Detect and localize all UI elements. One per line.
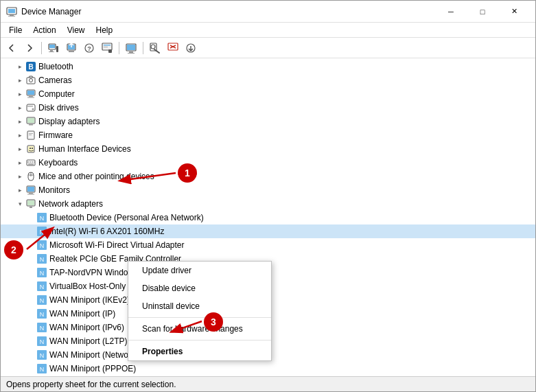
window-title: Device Manager <box>21 7 435 16</box>
diskdrives-icon <box>25 102 36 113</box>
help-button[interactable]: ? <box>81 40 97 56</box>
update-driver-toolbar-button[interactable] <box>63 40 80 56</box>
context-disable-device[interactable]: Disable device <box>128 279 271 297</box>
svg-text:N: N <box>40 338 45 345</box>
tree-item-cameras[interactable]: Cameras <box>1 73 535 87</box>
window-controls: ─ □ ✕ <box>435 1 530 23</box>
wan2-icon: N <box>36 308 47 319</box>
expand-computer[interactable] <box>14 89 25 100</box>
wan-pppoe-label: WAN Miniport (PPPOE) <box>49 364 535 373</box>
title-bar: Device Manager ─ □ ✕ <box>1 1 535 23</box>
menu-view[interactable]: View <box>62 24 91 36</box>
tree-item-wan-pptp[interactable]: N WAN Miniport (PPTP) <box>1 376 535 376</box>
main-content: B Bluetooth Cameras <box>1 58 535 376</box>
expand-monitors[interactable] <box>14 185 25 196</box>
wan1-icon: N <box>36 295 47 305</box>
svg-rect-49 <box>30 148 31 149</box>
svg-rect-7 <box>49 51 54 52</box>
expand-diskdrives[interactable] <box>14 102 25 113</box>
status-bar: Opens property sheet for the current sel… <box>1 376 535 391</box>
cameras-icon <box>25 75 36 86</box>
context-properties[interactable]: Properties <box>128 343 271 360</box>
tree-view[interactable]: B Bluetooth Cameras <box>1 58 535 376</box>
displayadapters-label: Display adapters <box>38 117 535 126</box>
svg-rect-36 <box>27 97 34 98</box>
intel-wifi-icon: N <box>36 226 47 237</box>
context-scan-hardware[interactable]: Scan for hardware changes <box>128 320 271 338</box>
tree-item-firmware[interactable]: Firmware <box>1 128 535 142</box>
expand-humaninterface[interactable] <box>14 143 25 154</box>
scan-button[interactable] <box>147 40 163 56</box>
expand-keyboards[interactable] <box>14 157 25 168</box>
svg-rect-54 <box>32 161 33 163</box>
minimize-button[interactable]: ─ <box>435 1 467 23</box>
expand-networkadapters[interactable] <box>14 198 25 209</box>
tree-item-humaninterface[interactable]: Human Interface Devices <box>1 142 535 156</box>
menu-bar: File Action View Help <box>1 23 535 38</box>
menu-file[interactable]: File <box>3 24 27 36</box>
bluetooth-label: Bluetooth <box>38 62 535 71</box>
tree-item-networkadapters[interactable]: Network adapters <box>1 197 535 211</box>
tree-item-intel-wifi[interactable]: N Intel(R) Wi-Fi 6 AX201 160MHz <box>1 224 535 238</box>
tree-item-computer[interactable]: Computer <box>1 87 535 101</box>
svg-rect-55 <box>34 161 35 163</box>
svg-rect-2 <box>10 14 14 16</box>
context-uninstall-device[interactable]: Uninstall device <box>128 297 271 315</box>
tree-item-wan-pppoe[interactable]: N WAN Miniport (PPPOE) <box>1 362 535 376</box>
mice-icon <box>25 171 36 182</box>
svg-text:?: ? <box>87 45 91 52</box>
svg-text:N: N <box>40 366 45 373</box>
close-button[interactable]: ✕ <box>498 1 530 23</box>
context-sep-1 <box>128 317 271 318</box>
back-button[interactable] <box>3 40 20 56</box>
tree-item-keyboards[interactable]: Keyboards <box>1 156 535 170</box>
svg-text:N: N <box>40 284 45 290</box>
svg-rect-34 <box>27 91 34 95</box>
context-update-driver[interactable]: Update driver <box>128 262 271 279</box>
expand-cameras[interactable] <box>14 75 25 86</box>
wan-netmon-icon: N <box>36 349 47 360</box>
maximize-button[interactable]: □ <box>467 1 498 23</box>
toolbar-sep-1 <box>41 42 42 54</box>
menu-action[interactable]: Action <box>27 24 61 36</box>
download-button[interactable] <box>183 40 199 56</box>
svg-rect-39 <box>27 106 33 107</box>
humaninterface-icon <box>25 143 36 154</box>
tree-item-displayadapters[interactable]: Display adapters <box>1 115 535 128</box>
properties2-button[interactable] <box>99 40 115 56</box>
context-menu: Update driver Disable device Uninstall d… <box>128 261 272 361</box>
expand-displayadapters[interactable] <box>14 116 25 127</box>
display-button[interactable] <box>123 40 139 56</box>
svg-rect-41 <box>27 118 34 123</box>
keyboards-label: Keyboards <box>38 158 535 168</box>
tree-item-mice[interactable]: Mice and other pointing devices <box>1 170 535 183</box>
firmware-label: Firmware <box>38 130 535 140</box>
tree-item-bluetooth-device[interactable]: N Bluetooth Device (Personal Area Networ… <box>1 211 535 224</box>
menu-help[interactable]: Help <box>91 24 119 36</box>
expand-bluetooth[interactable] <box>14 61 25 72</box>
svg-rect-18 <box>108 49 112 53</box>
bluetooth-icon: B <box>25 61 36 72</box>
expand-firmware[interactable] <box>14 130 25 141</box>
svg-point-24 <box>151 45 155 49</box>
expand-mice[interactable] <box>14 171 25 182</box>
computer-icon <box>25 89 36 100</box>
tree-item-monitors[interactable]: Monitors <box>1 183 535 197</box>
microsoft-wifi-icon: N <box>36 240 47 251</box>
svg-text:N: N <box>40 215 45 222</box>
remove-button[interactable] <box>165 40 181 56</box>
window-icon <box>6 6 17 17</box>
svg-text:N: N <box>40 311 45 318</box>
networkadapters-icon <box>25 198 36 209</box>
realtek-label: Realtek PCIe GbE Family Controller <box>49 254 535 264</box>
svg-rect-1 <box>8 9 15 13</box>
firmware-icon <box>25 130 36 141</box>
tree-item-microsoft-wifi[interactable]: N Microsoft Wi-Fi Direct Virtual Adapter <box>1 238 535 252</box>
forward-button[interactable] <box>21 40 38 56</box>
wan3-label: WAN Miniport (IPv6) <box>49 323 535 332</box>
toolbar: ? <box>1 38 535 58</box>
properties-button[interactable] <box>45 40 62 56</box>
computer-label: Computer <box>38 89 535 99</box>
tree-item-diskdrives[interactable]: Disk drives <box>1 101 535 115</box>
tree-item-bluetooth[interactable]: B Bluetooth <box>1 60 535 73</box>
